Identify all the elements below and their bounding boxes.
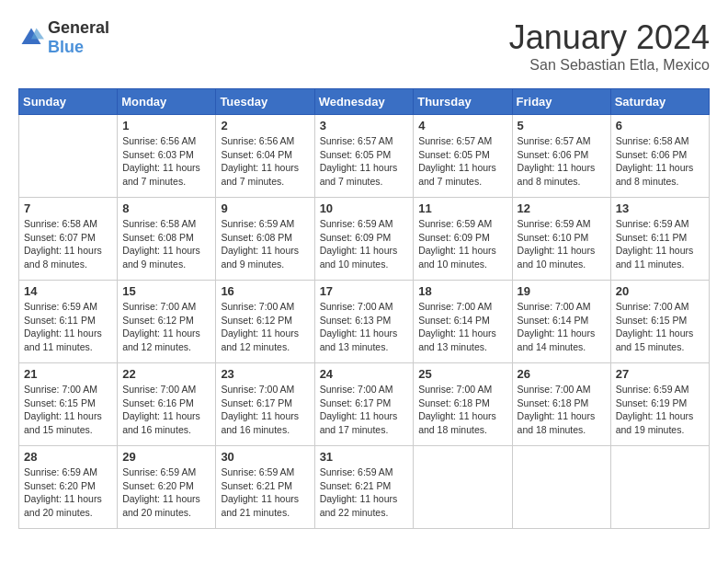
day-number: 17 — [320, 284, 409, 298]
day-detail: Sunrise: 7:00 AMSunset: 6:15 PMDaylight:… — [616, 300, 704, 354]
day-number: 6 — [616, 119, 704, 132]
calendar-week-row: 1Sunrise: 6:56 AMSunset: 6:03 PMDaylight… — [19, 115, 710, 198]
day-detail: Sunrise: 6:59 AMSunset: 6:10 PMDaylight:… — [518, 217, 606, 271]
day-number: 5 — [518, 119, 606, 132]
calendar-cell: 24Sunrise: 7:00 AMSunset: 6:17 PMDayligh… — [314, 363, 414, 446]
calendar-cell: 12Sunrise: 6:59 AMSunset: 6:10 PMDayligh… — [512, 198, 610, 281]
day-number: 11 — [418, 201, 506, 215]
day-detail: Sunrise: 6:57 AMSunset: 6:05 PMDaylight:… — [320, 134, 409, 189]
calendar-cell: 5Sunrise: 6:57 AMSunset: 6:06 PMDaylight… — [512, 115, 610, 198]
calendar-cell: 27Sunrise: 6:59 AMSunset: 6:19 PMDayligh… — [610, 363, 709, 446]
day-number: 9 — [221, 201, 309, 215]
day-detail: Sunrise: 7:00 AMSunset: 6:16 PMDaylight:… — [122, 383, 210, 437]
day-number: 22 — [122, 367, 210, 381]
header-saturday: Saturday — [610, 89, 709, 115]
day-number: 10 — [320, 201, 409, 215]
calendar-cell: 11Sunrise: 6:59 AMSunset: 6:09 PMDayligh… — [414, 198, 512, 281]
calendar-cell: 7Sunrise: 6:58 AMSunset: 6:07 PMDaylight… — [19, 198, 118, 281]
day-detail: Sunrise: 6:56 AMSunset: 6:03 PMDaylight:… — [122, 134, 210, 189]
day-number: 18 — [418, 284, 506, 298]
calendar-week-row: 28Sunrise: 6:59 AMSunset: 6:20 PMDayligh… — [19, 446, 710, 529]
header-friday: Friday — [512, 89, 610, 115]
calendar-cell: 18Sunrise: 7:00 AMSunset: 6:14 PMDayligh… — [414, 281, 512, 363]
calendar-cell: 19Sunrise: 7:00 AMSunset: 6:14 PMDayligh… — [512, 281, 610, 363]
calendar-cell: 29Sunrise: 6:59 AMSunset: 6:20 PMDayligh… — [118, 446, 216, 529]
calendar-cell: 10Sunrise: 6:59 AMSunset: 6:09 PMDayligh… — [314, 198, 414, 281]
calendar-week-row: 7Sunrise: 6:58 AMSunset: 6:07 PMDaylight… — [19, 198, 710, 281]
day-detail: Sunrise: 6:58 AMSunset: 6:08 PMDaylight:… — [122, 217, 210, 271]
day-detail: Sunrise: 7:00 AMSunset: 6:18 PMDaylight:… — [418, 383, 506, 437]
calendar-cell: 9Sunrise: 6:59 AMSunset: 6:08 PMDaylight… — [216, 198, 314, 281]
calendar-cell: 14Sunrise: 6:59 AMSunset: 6:11 PMDayligh… — [19, 281, 118, 363]
calendar-cell: 31Sunrise: 6:59 AMSunset: 6:21 PMDayligh… — [314, 446, 414, 529]
calendar-cell: 15Sunrise: 7:00 AMSunset: 6:12 PMDayligh… — [118, 281, 216, 363]
day-detail: Sunrise: 7:00 AMSunset: 6:12 PMDaylight:… — [122, 300, 210, 354]
day-detail: Sunrise: 6:57 AMSunset: 6:06 PMDaylight:… — [518, 134, 606, 189]
day-number: 30 — [221, 450, 309, 464]
day-number: 24 — [320, 367, 409, 381]
calendar-cell: 23Sunrise: 7:00 AMSunset: 6:17 PMDayligh… — [216, 363, 314, 446]
day-detail: Sunrise: 6:59 AMSunset: 6:09 PMDaylight:… — [320, 217, 409, 271]
calendar-cell: 13Sunrise: 6:59 AMSunset: 6:11 PMDayligh… — [610, 198, 709, 281]
day-detail: Sunrise: 6:59 AMSunset: 6:08 PMDaylight:… — [221, 217, 309, 271]
header-tuesday: Tuesday — [216, 89, 314, 115]
header-thursday: Thursday — [414, 89, 512, 115]
day-number: 31 — [320, 450, 409, 464]
calendar-cell: 28Sunrise: 6:59 AMSunset: 6:20 PMDayligh… — [19, 446, 118, 529]
day-detail: Sunrise: 7:00 AMSunset: 6:17 PMDaylight:… — [320, 383, 409, 437]
day-detail: Sunrise: 6:59 AMSunset: 6:11 PMDaylight:… — [616, 217, 704, 271]
day-number: 25 — [418, 367, 506, 381]
page-header: General Blue January 2024 San Sebastian … — [18, 18, 710, 74]
day-number: 4 — [418, 119, 506, 132]
day-number: 19 — [518, 284, 606, 298]
day-detail: Sunrise: 6:59 AMSunset: 6:20 PMDaylight:… — [24, 465, 112, 520]
day-detail: Sunrise: 6:59 AMSunset: 6:09 PMDaylight:… — [418, 217, 506, 271]
day-number: 13 — [616, 201, 704, 215]
day-number: 14 — [24, 284, 112, 298]
day-number: 20 — [616, 284, 704, 298]
calendar-cell: 2Sunrise: 6:56 AMSunset: 6:04 PMDaylight… — [216, 115, 314, 198]
title-area: January 2024 San Sebastian Etla, Mexico — [509, 18, 710, 74]
day-number: 21 — [24, 367, 112, 381]
calendar-cell: 3Sunrise: 6:57 AMSunset: 6:05 PMDaylight… — [314, 115, 414, 198]
day-number: 12 — [518, 201, 606, 215]
calendar-cell: 22Sunrise: 7:00 AMSunset: 6:16 PMDayligh… — [118, 363, 216, 446]
day-detail: Sunrise: 7:00 AMSunset: 6:13 PMDaylight:… — [320, 300, 409, 354]
day-number: 3 — [320, 119, 409, 132]
day-detail: Sunrise: 6:59 AMSunset: 6:21 PMDaylight:… — [320, 465, 409, 520]
calendar-cell: 20Sunrise: 7:00 AMSunset: 6:15 PMDayligh… — [610, 281, 709, 363]
day-detail: Sunrise: 6:59 AMSunset: 6:21 PMDaylight:… — [221, 465, 309, 520]
header-wednesday: Wednesday — [314, 89, 414, 115]
calendar-week-row: 14Sunrise: 6:59 AMSunset: 6:11 PMDayligh… — [19, 281, 710, 363]
day-number: 27 — [616, 367, 704, 381]
calendar-cell: 21Sunrise: 7:00 AMSunset: 6:15 PMDayligh… — [19, 363, 118, 446]
day-detail: Sunrise: 7:00 AMSunset: 6:17 PMDaylight:… — [221, 383, 309, 437]
day-number: 15 — [122, 284, 210, 298]
header-monday: Monday — [118, 89, 216, 115]
calendar-cell: 16Sunrise: 7:00 AMSunset: 6:12 PMDayligh… — [216, 281, 314, 363]
calendar-cell: 1Sunrise: 6:56 AMSunset: 6:03 PMDaylight… — [118, 115, 216, 198]
logo: General Blue — [18, 18, 109, 57]
day-detail: Sunrise: 6:57 AMSunset: 6:05 PMDaylight:… — [418, 134, 506, 189]
day-detail: Sunrise: 6:59 AMSunset: 6:19 PMDaylight:… — [616, 383, 704, 437]
day-number: 16 — [221, 284, 309, 298]
day-number: 23 — [221, 367, 309, 381]
calendar-cell — [512, 446, 610, 529]
day-detail: Sunrise: 7:00 AMSunset: 6:14 PMDaylight:… — [518, 300, 606, 354]
calendar-cell: 17Sunrise: 7:00 AMSunset: 6:13 PMDayligh… — [314, 281, 414, 363]
calendar-cell: 4Sunrise: 6:57 AMSunset: 6:05 PMDaylight… — [414, 115, 512, 198]
calendar-cell — [610, 446, 709, 529]
calendar-cell — [19, 115, 118, 198]
main-title: January 2024 — [509, 18, 710, 57]
day-detail: Sunrise: 7:00 AMSunset: 6:15 PMDaylight:… — [24, 383, 112, 437]
day-number: 29 — [122, 450, 210, 464]
logo-text-general: General — [48, 18, 109, 37]
day-detail: Sunrise: 6:56 AMSunset: 6:04 PMDaylight:… — [221, 134, 309, 189]
header-sunday: Sunday — [19, 89, 118, 115]
day-number: 1 — [122, 119, 210, 132]
day-detail: Sunrise: 7:00 AMSunset: 6:18 PMDaylight:… — [518, 383, 606, 437]
calendar-cell: 8Sunrise: 6:58 AMSunset: 6:08 PMDaylight… — [118, 198, 216, 281]
day-number: 26 — [518, 367, 606, 381]
day-number: 28 — [24, 450, 112, 464]
subtitle: San Sebastian Etla, Mexico — [509, 57, 710, 74]
